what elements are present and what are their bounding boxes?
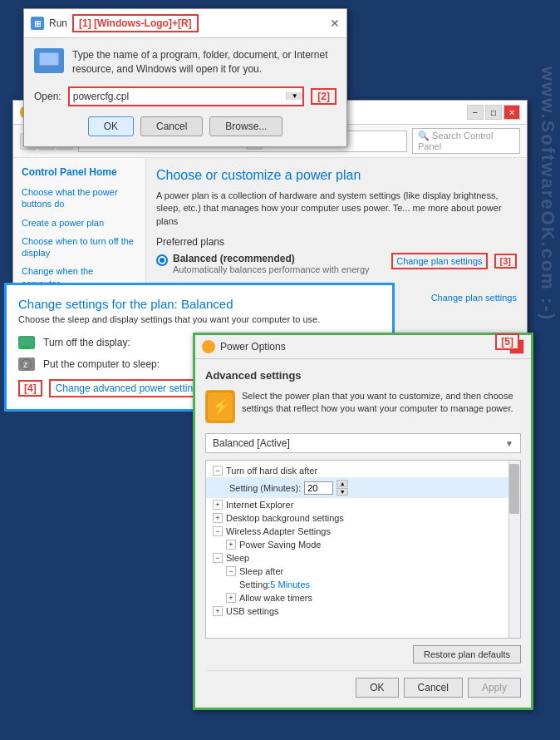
run-ok-button[interactable]: OK: [88, 116, 134, 136]
setting-input-hdd[interactable]: [304, 481, 333, 495]
adv-dropdown-row: Balanced [Active] ▼: [205, 433, 521, 453]
balanced-radio[interactable]: [156, 254, 168, 266]
adv-tree: − Turn off hard disk after Setting (Minu…: [205, 460, 521, 639]
tree-expand-sleep[interactable]: −: [213, 553, 223, 563]
run-open-row: Open: ▼ [2]: [34, 86, 336, 106]
label-4: [4]: [18, 380, 42, 397]
adv-dropdown-value: Balanced [Active]: [213, 437, 290, 449]
tree-item-sleep[interactable]: − Sleep: [206, 551, 520, 565]
tree-label-sleep-after: Sleep after: [239, 566, 283, 576]
plan-info: Balanced (recommended) Automatically bal…: [173, 253, 370, 274]
scrollbar-track: [508, 461, 520, 638]
power-minimize-button[interactable]: −: [467, 105, 484, 120]
run-desc-text: Type the name of a program, folder, docu…: [72, 48, 336, 76]
monitor-icon: [18, 336, 35, 349]
svg-text:⚡: ⚡: [212, 397, 231, 416]
label-3: [3]: [494, 254, 517, 269]
run-monitor-icon: [34, 48, 64, 73]
adv-desc-text: Select the power plan that you want to c…: [242, 390, 521, 416]
tree-item-wake[interactable]: + Allow wake timers: [206, 591, 520, 604]
tree-expand-psm[interactable]: +: [226, 540, 236, 550]
tree-expand-usb[interactable]: +: [213, 606, 223, 616]
adv-titlebar: Power Options ? ✕: [195, 335, 531, 359]
run-close-button[interactable]: ✕: [330, 17, 340, 30]
change-advanced-link[interactable]: Change advanced power settings: [49, 379, 210, 397]
restore-defaults-button[interactable]: Restore plan defaults: [413, 645, 521, 664]
sleep-setting-value: 5 Minutes: [270, 580, 310, 590]
advanced-power-dialog: [5] Power Options ? ✕ Advanced settings …: [193, 333, 533, 710]
adv-section-title: Advanced settings: [205, 369, 521, 382]
sleep-setting-label: Setting:: [239, 580, 270, 590]
tree-expand-wake[interactable]: +: [226, 593, 236, 603]
adv-power-icon: ⚡: [205, 390, 235, 423]
run-dropdown-arrow[interactable]: ▼: [286, 92, 302, 100]
change-settings-title: Change settings for the plan: Balanced: [18, 297, 381, 311]
adv-dropdown[interactable]: Balanced [Active] ▼: [205, 433, 521, 453]
setting-label-hdd: Setting (Minutes):: [229, 483, 301, 493]
run-title: Run: [49, 17, 67, 29]
tree-item-usb[interactable]: + USB settings: [206, 604, 520, 618]
setting-row-hdd: Setting (Minutes): ▲ ▼: [206, 477, 520, 498]
adv-desc: ⚡ Select the power plan that you want to…: [205, 390, 521, 423]
run-input[interactable]: [70, 88, 287, 105]
tree-item-desktop[interactable]: + Desktop background settings: [206, 511, 520, 525]
spin-down-hdd[interactable]: ▼: [336, 488, 348, 496]
adv-action-row: OK Cancel Apply: [205, 670, 521, 698]
spin-up-hdd[interactable]: ▲: [336, 480, 348, 487]
power-maximize-button[interactable]: □: [485, 105, 502, 120]
svg-rect-3: [19, 337, 34, 347]
tree-item-psm[interactable]: + Power Saving Mode: [206, 538, 520, 551]
sidebar-title[interactable]: Control Panel Home: [22, 166, 137, 178]
change-plan-link[interactable]: Change plan settings: [391, 253, 487, 269]
power-main-desc: A power plan is a collection of hardware…: [156, 190, 517, 228]
run-dialog: ⊞ Run [1] [Windows-Logo]+[R] ✕ Type the …: [23, 8, 347, 147]
tree-label-ie: Internet Explorer: [226, 500, 293, 510]
run-cancel-button[interactable]: Cancel: [140, 116, 203, 136]
radio-dot: [160, 258, 165, 263]
tree-label-hdd: Turn off hard disk after: [226, 466, 317, 476]
power-title-controls: − □ ✕: [467, 105, 520, 120]
plan-change-col: Change plan settings [3] Change plan set…: [391, 253, 517, 303]
run-input-wrapper: ▼: [68, 86, 305, 106]
tree-label-wake: Allow wake timers: [239, 593, 312, 603]
sidebar-link-2[interactable]: Choose when to turn off the display: [22, 235, 137, 259]
run-titlebar: ⊞ Run [1] [Windows-Logo]+[R] ✕: [24, 9, 346, 38]
sidebar-link-0[interactable]: Choose what the power buttons do: [22, 186, 137, 210]
adv-footer: Restore plan defaults: [205, 645, 521, 664]
run-titlebar-left: ⊞ Run [1] [Windows-Logo]+[R]: [31, 14, 199, 32]
tree-item-ie[interactable]: + Internet Explorer: [206, 498, 520, 511]
svg-rect-0: [39, 52, 59, 66]
label-5: [5]: [495, 333, 519, 350]
tree-label-usb: USB settings: [226, 606, 279, 616]
second-change-plan[interactable]: Change plan settings: [391, 293, 517, 303]
run-open-label: Open:: [34, 91, 61, 102]
tree-expand-wireless[interactable]: −: [213, 526, 223, 536]
tree-item-sleep-setting: Setting: 5 Minutes: [206, 578, 520, 591]
scrollbar-thumb[interactable]: [509, 464, 519, 514]
preferred-label: Preferred plans: [156, 236, 517, 248]
tree-item-wireless[interactable]: − Wireless Adapter Settings: [206, 525, 520, 538]
tree-item-sleep-after[interactable]: − Sleep after: [206, 565, 520, 578]
power-desc-text: A power plan is a collection of hardware…: [156, 190, 502, 226]
run-desc-row: Type the name of a program, folder, docu…: [34, 48, 336, 76]
tree-expand-sleep-after[interactable]: −: [226, 566, 236, 576]
tree-item-hdd[interactable]: − Turn off hard disk after: [206, 464, 520, 477]
change-settings-subtitle: Choose the sleep and display settings th…: [18, 314, 381, 324]
power-close-button[interactable]: ✕: [504, 105, 520, 120]
search-icon: 🔍: [418, 131, 432, 141]
tree-expand-ie[interactable]: +: [213, 500, 223, 510]
run-browse-button[interactable]: Browse...: [209, 116, 282, 136]
svg-rect-2: [43, 67, 55, 69]
svg-rect-1: [46, 66, 52, 67]
adv-cancel-button[interactable]: Cancel: [404, 678, 463, 698]
adv-title-icon: [202, 340, 215, 353]
tree-label-wireless: Wireless Adapter Settings: [226, 526, 331, 536]
run-icon: ⊞: [31, 17, 44, 30]
search-box[interactable]: 🔍 Search Control Panel: [412, 128, 520, 154]
svg-text:z: z: [23, 360, 27, 369]
tree-expand-desktop[interactable]: +: [213, 513, 223, 523]
adv-ok-button[interactable]: OK: [356, 678, 398, 698]
sidebar-link-1[interactable]: Create a power plan: [22, 217, 137, 229]
tree-expand-hdd[interactable]: −: [213, 466, 223, 476]
adv-apply-button[interactable]: Apply: [468, 678, 521, 698]
